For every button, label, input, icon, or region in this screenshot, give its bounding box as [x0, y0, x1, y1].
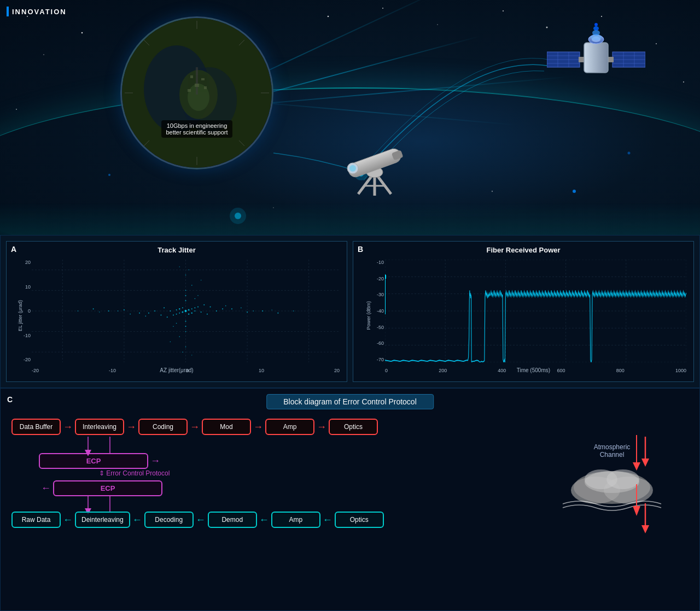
diagram-section: C Block diagram of Error Control Protoco…: [0, 388, 700, 611]
svg-point-83: [194, 310, 195, 312]
svg-point-105: [185, 295, 186, 296]
svg-point-144: [191, 355, 192, 355]
svg-point-91: [216, 310, 217, 312]
chart-b-title: Fiber Received Power: [358, 246, 689, 254]
satellite-svg: [547, 22, 645, 98]
y-ticks-b: -10 -20 -30 -40 -50 -60 -70: [364, 260, 384, 362]
svg-rect-38: [204, 86, 207, 89]
svg-point-92: [154, 310, 155, 312]
deinterleaving-block: Deinterleaving: [75, 512, 130, 528]
svg-point-99: [277, 313, 278, 314]
arrow-b5: ←: [323, 514, 332, 526]
chart-a-x-label: AZ jitter(μrad): [160, 367, 193, 373]
svg-point-127: [195, 298, 196, 299]
svg-rect-26: [196, 67, 198, 95]
raw-data-block: Raw Data: [11, 512, 61, 528]
svg-point-106: [185, 326, 186, 327]
svg-point-20: [230, 208, 246, 224]
svg-point-129: [197, 295, 198, 296]
svg-point-132: [118, 310, 119, 312]
svg-point-131: [253, 310, 254, 312]
arrow-5: →: [317, 421, 326, 433]
svg-point-98: [108, 310, 109, 312]
demod-block: Demod: [208, 512, 257, 528]
svg-point-121: [207, 314, 208, 315]
earth-circle-image: 10Gbps in engineering better scientific …: [120, 16, 273, 169]
svg-point-113: [201, 280, 201, 280]
ecp-bottom-box: ECP: [53, 480, 162, 496]
svg-point-128: [176, 323, 177, 324]
svg-point-97: [262, 310, 263, 312]
scatter-svg: [32, 260, 340, 362]
svg-point-112: [185, 346, 186, 348]
svg-rect-37: [195, 84, 199, 87]
svg-point-89: [197, 306, 199, 307]
svg-point-115: [203, 304, 205, 306]
svg-rect-35: [190, 75, 193, 78]
svg-point-103: [185, 300, 186, 301]
arrow-ecp-bottom-left: ←: [41, 483, 51, 494]
svg-point-117: [210, 306, 211, 307]
earth-circle-caption: 10Gbps in engineering better scientific …: [161, 120, 232, 138]
amp-block-top: Amp: [265, 419, 314, 435]
svg-point-68: [593, 26, 599, 31]
top-optics-down-arrow: [637, 437, 654, 469]
y-ticks-a: 20 10 0 -10 -20: [18, 260, 31, 362]
svg-point-101: [293, 310, 294, 312]
svg-point-109: [191, 285, 192, 286]
svg-point-85: [188, 313, 189, 314]
arrow-b1: ←: [63, 514, 73, 526]
svg-point-124: [145, 316, 147, 317]
bottom-signal-chain: Raw Data ← Deinterleaving ← Decoding ← D…: [11, 512, 384, 528]
chart-a-panel: A Track Jitter EL jitter (μrad): [6, 241, 347, 382]
chart-a-letter: A: [11, 245, 16, 254]
svg-point-125: [241, 308, 242, 309]
bottom-optics-down-arrow: [637, 503, 654, 536]
svg-point-114: [170, 342, 171, 342]
svg-point-143: [182, 352, 183, 352]
svg-point-84: [176, 309, 177, 310]
svg-point-81: [191, 308, 192, 309]
svg-point-69: [594, 23, 598, 26]
satellite: [547, 22, 634, 87]
svg-point-96: [124, 309, 125, 310]
svg-point-123: [225, 306, 226, 307]
svg-point-100: [93, 308, 94, 309]
svg-point-141: [185, 310, 187, 312]
arrow-b3: ←: [196, 514, 206, 526]
svg-point-95: [247, 312, 248, 313]
line-chart-area: Power (dBm): [358, 257, 689, 374]
svg-point-139: [194, 307, 195, 308]
svg-point-142: [188, 269, 189, 270]
earth-aerial-svg: [122, 18, 272, 168]
chart-a-title: Track Jitter: [11, 246, 342, 254]
svg-rect-39: [188, 89, 191, 92]
chart-b-letter: B: [358, 245, 363, 254]
arrow-3: →: [190, 421, 200, 433]
arrow-1: →: [63, 421, 73, 433]
svg-rect-36: [201, 78, 205, 80]
svg-point-93: [231, 308, 232, 309]
arrow-b2: ←: [132, 514, 142, 526]
svg-point-122: [164, 307, 165, 308]
svg-point-90: [173, 315, 174, 316]
mod-block: Mod: [202, 419, 251, 435]
chart-b-x-label: Time (500ms): [517, 367, 550, 373]
ecp-bottom-row: ← ECP: [39, 480, 162, 496]
svg-point-118: [160, 315, 161, 316]
svg-point-136: [182, 311, 183, 313]
coding-block: Coding: [138, 419, 188, 435]
diagram-letter: C: [7, 395, 13, 404]
top-section: INNOVATION: [0, 0, 700, 235]
svg-point-67: [592, 30, 600, 36]
innovation-text: INNOVATION: [12, 8, 67, 16]
optics-block-bottom: Optics: [335, 512, 384, 528]
optics-block-top: Optics: [329, 419, 378, 435]
data-buffer-block: Data Buffer: [11, 419, 61, 435]
svg-point-130: [173, 326, 173, 327]
innovation-label: INNOVATION: [7, 7, 67, 16]
top-signal-chain: Data Buffer → Interleaving → Coding → Mo…: [11, 419, 378, 435]
svg-point-94: [139, 313, 140, 314]
chart-b-panel: B Fiber Received Power Power (dBm): [353, 241, 694, 382]
svg-point-134: [99, 312, 100, 312]
